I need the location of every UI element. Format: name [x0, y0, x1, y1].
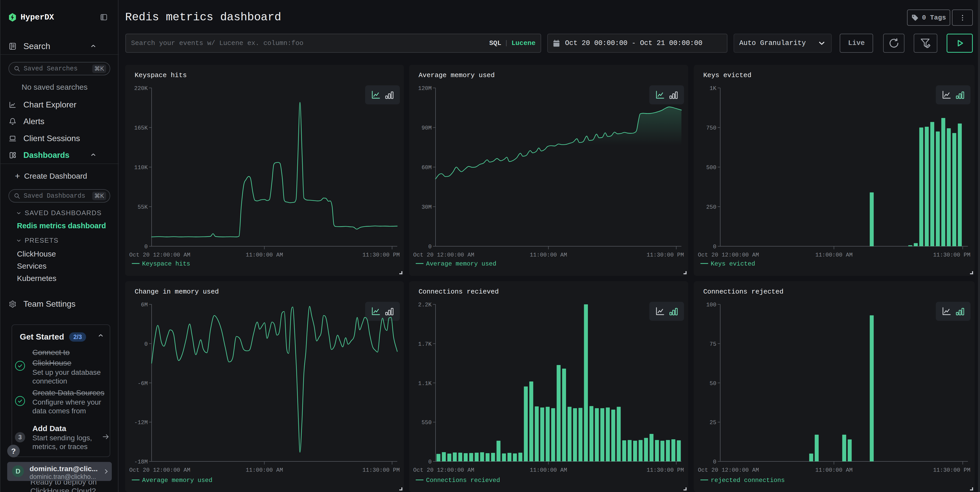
svg-text:Oct 20 12:00:00 AM: Oct 20 12:00:00 AM	[129, 467, 190, 473]
svg-text:165K: 165K	[134, 125, 148, 131]
svg-text:50: 50	[710, 381, 716, 387]
svg-text:11:30:00 PM: 11:30:00 PM	[362, 467, 399, 473]
svg-text:110K: 110K	[134, 164, 148, 171]
svg-text:1K: 1K	[710, 85, 717, 92]
svg-text:11:00:00 AM: 11:00:00 AM	[530, 467, 567, 473]
svg-text:-6M: -6M	[137, 381, 148, 387]
svg-text:100: 100	[706, 302, 716, 308]
svg-text:75: 75	[710, 341, 716, 347]
svg-text:750: 750	[706, 125, 716, 131]
svg-text:0: 0	[713, 459, 716, 465]
svg-text:Connections recieved: Connections recieved	[426, 477, 500, 484]
svg-text:0: 0	[428, 459, 432, 465]
svg-text:-18M: -18M	[134, 459, 148, 465]
svg-text:2.2K: 2.2K	[418, 302, 432, 308]
svg-text:Keyspace hits: Keyspace hits	[142, 260, 190, 267]
svg-text:6M: 6M	[141, 302, 148, 308]
svg-text:11:00:00 AM: 11:00:00 AM	[246, 252, 283, 258]
svg-text:Oct 20 12:00:00 AM: Oct 20 12:00:00 AM	[698, 467, 759, 473]
svg-text:11:00:00 AM: 11:00:00 AM	[815, 252, 853, 258]
svg-text:500: 500	[706, 164, 716, 171]
svg-text:550: 550	[422, 419, 432, 426]
svg-text:90M: 90M	[422, 125, 432, 131]
svg-text:11:30:00 PM: 11:30:00 PM	[646, 467, 684, 473]
svg-text:Oct 20 12:00:00 AM: Oct 20 12:00:00 AM	[129, 252, 190, 258]
svg-text:Average memory used: Average memory used	[426, 260, 496, 267]
svg-text:Keys evicted: Keys evicted	[711, 260, 755, 267]
svg-text:0: 0	[145, 341, 148, 347]
svg-text:11:00:00 AM: 11:00:00 AM	[530, 252, 567, 258]
svg-text:60M: 60M	[422, 164, 432, 171]
svg-text:1.7K: 1.7K	[418, 341, 432, 347]
svg-text:1.1K: 1.1K	[418, 381, 432, 387]
svg-text:120M: 120M	[418, 85, 432, 92]
svg-text:11:00:00 AM: 11:00:00 AM	[246, 467, 283, 473]
svg-text:0: 0	[145, 244, 148, 250]
svg-text:0: 0	[713, 244, 716, 250]
svg-text:rejected connections: rejected connections	[711, 477, 785, 484]
svg-text:Oct 20 12:00:00 AM: Oct 20 12:00:00 AM	[413, 467, 474, 473]
svg-text:220K: 220K	[134, 85, 148, 92]
svg-text:-12M: -12M	[134, 419, 148, 426]
svg-text:11:00:00 AM: 11:00:00 AM	[815, 467, 853, 473]
svg-text:11:30:00 PM: 11:30:00 PM	[362, 252, 399, 258]
svg-text:11:30:00 PM: 11:30:00 PM	[933, 467, 970, 473]
svg-text:Oct 20 12:00:00 AM: Oct 20 12:00:00 AM	[698, 252, 759, 258]
svg-text:Oct 20 12:00:00 AM: Oct 20 12:00:00 AM	[413, 252, 474, 258]
svg-text:11:30:00 PM: 11:30:00 PM	[933, 252, 970, 258]
svg-text:Average memory used: Average memory used	[142, 477, 213, 484]
svg-text:25: 25	[710, 419, 716, 426]
svg-text:55K: 55K	[137, 204, 148, 210]
svg-text:11:30:00 PM: 11:30:00 PM	[646, 252, 684, 258]
svg-text:30M: 30M	[422, 204, 432, 210]
svg-text:0: 0	[428, 244, 432, 250]
svg-text:250: 250	[706, 204, 716, 210]
